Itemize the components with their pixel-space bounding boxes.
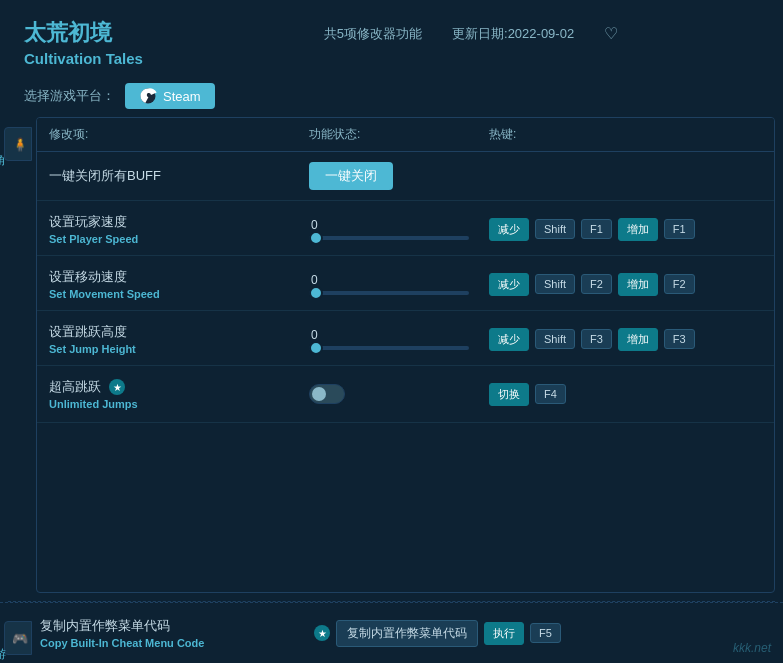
one-key-close-button[interactable]: 一键关闭: [309, 162, 393, 190]
jump-height-f3-decrease-btn[interactable]: F3: [581, 329, 612, 349]
jump-height-shift-btn[interactable]: Shift: [535, 329, 575, 349]
bottom-hotkeys: 执行 F5: [484, 622, 561, 645]
movement-speed-decrease-btn[interactable]: 减少: [489, 273, 529, 296]
table-header: 修改项: 功能状态: 热键:: [37, 118, 774, 152]
copy-cheat-menu-button[interactable]: 复制内置作弊菜单代码: [336, 620, 478, 647]
execute-f5-btn[interactable]: F5: [530, 623, 561, 643]
main-panel: 修改项: 功能状态: 热键: 一键关闭所有BUFF 一键关闭 设置玩家速度 Se…: [36, 117, 775, 593]
jump-height-slider[interactable]: [309, 346, 469, 350]
col-header-status: 功能状态:: [309, 126, 489, 143]
row-one-key: 一键关闭所有BUFF 一键关闭: [37, 152, 774, 201]
header-meta: 共5项修改器功能 更新日期:2022-09-02 ♡: [183, 18, 759, 43]
col-header-name: 修改项:: [49, 126, 309, 143]
star-badge-copy: ★: [314, 625, 330, 641]
unlimited-jumps-toggle-btn[interactable]: 切换: [489, 383, 529, 406]
row-player-speed-hotkeys: 减少 Shift F1 增加 F1: [489, 218, 762, 241]
bottom-copy-en: Copy Built-In Cheat Menu Code: [40, 637, 300, 649]
movement-speed-f2-decrease-btn[interactable]: F2: [581, 274, 612, 294]
platform-section: 选择游戏平台： Steam: [0, 77, 783, 117]
platform-label: 选择游戏平台：: [24, 87, 115, 105]
bottom-copy-controls: ★ 复制内置作弊菜单代码 执行 F5: [310, 620, 561, 647]
unlimited-jumps-toggle-container: [309, 384, 489, 404]
row-jump-height-hotkeys: 减少 Shift F3 增加 F3: [489, 328, 762, 351]
row-unlimited-jumps-name: 超高跳跃 ★ Unlimited Jumps: [49, 378, 309, 410]
steam-button[interactable]: Steam: [125, 83, 215, 109]
unlimited-jumps-f4-btn[interactable]: F4: [535, 384, 566, 404]
watermark: kkk.net: [733, 641, 771, 655]
row-unlimited-jumps-en: Unlimited Jumps: [49, 398, 309, 410]
player-speed-f1-increase-btn[interactable]: F1: [664, 219, 695, 239]
toggle-knob: [312, 387, 326, 401]
bottom-sidebar: 🎮 游戏: [0, 603, 36, 663]
row-movement-speed-hotkeys: 减少 Shift F2 增加 F2: [489, 273, 762, 296]
row-movement-speed: 设置移动速度 Set Movement Speed 0 减少 Shift F2 …: [37, 256, 774, 311]
game-title-cn: 太荒初境: [24, 18, 143, 48]
row-player-speed-cn: 设置玩家速度: [49, 213, 309, 231]
header: 太荒初境 Cultivation Tales 共5项修改器功能 更新日期:202…: [0, 0, 783, 77]
row-unlimited-jumps-cn: 超高跳跃: [49, 378, 101, 396]
meta-date: 更新日期:2022-09-02: [452, 25, 574, 43]
player-speed-shift-btn[interactable]: Shift: [535, 219, 575, 239]
main-container: 太荒初境 Cultivation Tales 共5项修改器功能 更新日期:202…: [0, 0, 783, 663]
execute-btn[interactable]: 执行: [484, 622, 524, 645]
unlimited-jumps-toggle[interactable]: [309, 384, 345, 404]
player-speed-decrease-btn[interactable]: 减少: [489, 218, 529, 241]
player-speed-slider[interactable]: [309, 236, 469, 240]
movement-speed-shift-btn[interactable]: Shift: [535, 274, 575, 294]
row-movement-speed-cn: 设置移动速度: [49, 268, 309, 286]
row-unlimited-jumps-hotkeys: 切换 F4: [489, 383, 762, 406]
meta-count: 共5项修改器功能: [324, 25, 422, 43]
row-player-speed-en: Set Player Speed: [49, 233, 309, 245]
steam-btn-label: Steam: [163, 89, 201, 104]
bottom-copy-row: 复制内置作弊菜单代码 Copy Built-In Cheat Menu Code…: [40, 613, 775, 653]
row-unlimited-jumps: 超高跳跃 ★ Unlimited Jumps 切换 F4: [37, 366, 774, 423]
jump-height-decrease-btn[interactable]: 减少: [489, 328, 529, 351]
heart-icon[interactable]: ♡: [604, 24, 618, 43]
star-badge-jumps: ★: [109, 379, 125, 395]
player-speed-increase-btn[interactable]: 增加: [618, 218, 658, 241]
header-left: 太荒初境 Cultivation Tales: [24, 18, 143, 67]
game-icon: 🎮: [12, 630, 27, 646]
sidebar: 🧍 角色: [0, 117, 36, 601]
player-speed-f1-decrease-btn[interactable]: F1: [581, 219, 612, 239]
row-movement-speed-en: Set Movement Speed: [49, 288, 309, 300]
row-jump-height: 设置跳跃高度 Set Jump Height 0 减少 Shift F3 增加 …: [37, 311, 774, 366]
row-movement-speed-name: 设置移动速度 Set Movement Speed: [49, 268, 309, 300]
row-player-speed: 设置玩家速度 Set Player Speed 0 减少 Shift F1 增加…: [37, 201, 774, 256]
row-jump-height-slider-container: 0: [309, 328, 489, 350]
movement-speed-f2-increase-btn[interactable]: F2: [664, 274, 695, 294]
movement-speed-value: 0: [309, 273, 489, 287]
game-title-en: Cultivation Tales: [24, 50, 143, 67]
row-one-key-name: 一键关闭所有BUFF: [49, 167, 309, 185]
movement-speed-increase-btn[interactable]: 增加: [618, 273, 658, 296]
row-movement-speed-slider-container: 0: [309, 273, 489, 295]
row-player-speed-slider-container: 0: [309, 218, 489, 240]
sidebar-tab-character[interactable]: 🧍 角色: [4, 127, 32, 161]
bottom-copy-name: 复制内置作弊菜单代码 Copy Built-In Cheat Menu Code: [40, 617, 300, 649]
bottom-copy-cn: 复制内置作弊菜单代码: [40, 617, 170, 635]
row-jump-height-cn: 设置跳跃高度: [49, 323, 309, 341]
jump-height-value: 0: [309, 328, 489, 342]
content-area: 🧍 角色 修改项: 功能状态: 热键: 一键关闭所有BUFF 一键关闭: [0, 117, 783, 601]
movement-speed-slider[interactable]: [309, 291, 469, 295]
row-one-key-status: 一键关闭: [309, 162, 489, 190]
bottom-panel: 复制内置作弊菜单代码 Copy Built-In Cheat Menu Code…: [36, 603, 783, 663]
row-jump-height-name: 设置跳跃高度 Set Jump Height: [49, 323, 309, 355]
jump-height-increase-btn[interactable]: 增加: [618, 328, 658, 351]
bottom-section: 🎮 游戏 复制内置作弊菜单代码 Copy Built-In Cheat Menu…: [0, 602, 783, 663]
player-speed-value: 0: [309, 218, 489, 232]
row-jump-height-en: Set Jump Height: [49, 343, 309, 355]
steam-icon: [139, 87, 157, 105]
row-player-speed-name: 设置玩家速度 Set Player Speed: [49, 213, 309, 245]
col-header-hotkey: 热键:: [489, 126, 762, 143]
sidebar-tab-game[interactable]: 🎮 游戏: [4, 621, 32, 655]
jump-height-f3-increase-btn[interactable]: F3: [664, 329, 695, 349]
character-icon: 🧍: [12, 136, 27, 152]
